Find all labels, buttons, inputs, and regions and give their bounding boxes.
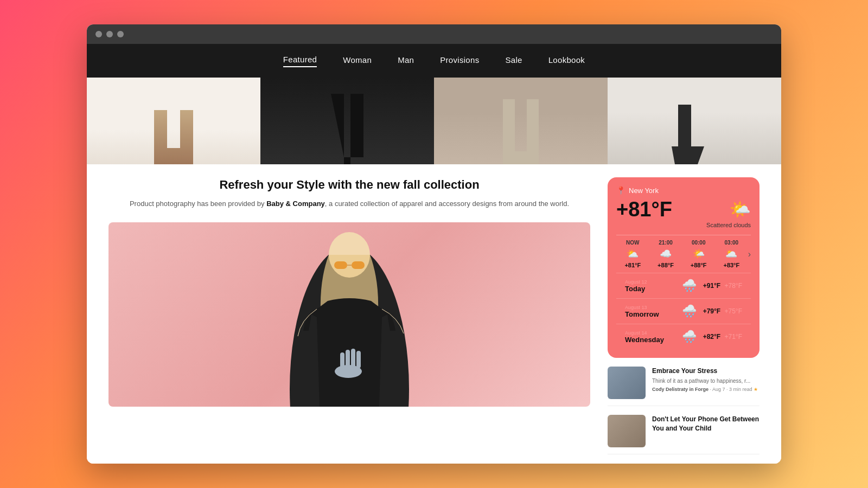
nav-item-lookbook[interactable]: Lookbook — [548, 55, 585, 67]
hourly-icon-2: 🌤️ — [682, 248, 715, 260]
article-header: Refresh your Style with the new fall col… — [108, 177, 590, 209]
nav-item-man[interactable]: Man — [398, 55, 414, 67]
article-desc-prefix: Product photography has been provided by — [130, 200, 266, 208]
blog-author-0: Cody Delistraty in Forge — [652, 387, 709, 392]
weather-temperature: +81°F — [616, 199, 672, 220]
daily-low-2: +71°F — [725, 333, 742, 341]
daily-icon-1: 🌧️ — [682, 304, 697, 318]
main-nav: Featured Woman Man Provisions Sale Lookb… — [87, 44, 781, 78]
blog-article-0: Embrace Your Stress Think of it as a pat… — [608, 367, 760, 406]
daily-temps-1: +79°F +75°F — [703, 307, 742, 315]
svg-rect-2 — [352, 261, 365, 269]
location-pin-icon: 📍 — [616, 186, 626, 195]
browser-chrome — [87, 24, 781, 44]
browser-dot-yellow — [106, 31, 113, 37]
daily-date-label-0: August 12 — [625, 279, 675, 285]
daily-date-label-2: August 14 — [625, 330, 675, 336]
daily-low-0: +78°F — [725, 282, 742, 290]
hourly-time-0: NOW — [616, 240, 649, 246]
daily-item-1: August 13 Tomorrow 🌧️ +79°F +75°F — [616, 298, 751, 324]
daily-day-1: Tomorrow — [625, 310, 675, 318]
daily-date-group-0: August 12 Today — [625, 279, 675, 293]
weather-hourly: NOW ⛅ +81°F 21:00 ☁️ +88°F 00:00 🌤️ — [616, 235, 751, 273]
blog-date-0: Aug 7 · 3 min read — [712, 387, 752, 392]
blog-excerpt-0: Think of it as a pathway to happiness, r… — [652, 377, 760, 385]
daily-low-1: +75°F — [725, 307, 742, 315]
hero-image-1 — [87, 78, 260, 164]
hourly-item-1: 21:00 ☁️ +88°F — [649, 240, 682, 268]
daily-date-group-2: August 14 Wednesday — [625, 330, 675, 344]
daily-day-0: Today — [625, 285, 675, 293]
daily-temps-0: +91°F +78°F — [703, 282, 742, 290]
daily-day-2: Wednesday — [625, 336, 675, 344]
daily-high-1: +79°F — [703, 307, 720, 315]
svg-rect-1 — [334, 261, 347, 269]
daily-high-2: +82°F — [703, 333, 720, 341]
weather-description: Scattered clouds — [706, 222, 751, 228]
browser-dot-red — [95, 31, 102, 37]
svg-rect-7 — [356, 351, 361, 368]
hourly-time-1: 21:00 — [649, 240, 682, 246]
main-content: Refresh your Style with the new fall col… — [87, 164, 781, 464]
browser-window: Featured Woman Man Provisions Sale Lookb… — [87, 24, 781, 464]
article-desc-suffix: , a curated collection of apparel and ac… — [325, 200, 569, 208]
nav-item-provisions[interactable]: Provisions — [440, 55, 479, 67]
weather-main-icon: 🌤️ — [706, 199, 751, 220]
weather-location: 📍 New York — [616, 186, 751, 195]
daily-item-2: August 14 Wednesday 🌧️ +82°F +71°F — [616, 324, 751, 349]
blog-title-1[interactable]: Don't Let Your Phone Get Between You and… — [652, 415, 760, 433]
daily-date-group-1: August 13 Tomorrow — [625, 305, 675, 318]
nav-item-featured[interactable]: Featured — [283, 55, 317, 67]
nav-item-sale[interactable]: Sale — [505, 55, 522, 67]
article-brand: Baby & Company — [266, 200, 325, 208]
hourly-time-3: 03:00 — [715, 240, 748, 246]
hourly-temp-2: +88°F — [682, 262, 715, 268]
hero-images — [87, 78, 781, 164]
weather-widget: 📍 New York +81°F 🌤️ Scattered clouds — [608, 177, 760, 358]
blog-thumbnail-1 — [608, 415, 646, 447]
hourly-next-arrow[interactable]: › — [748, 249, 751, 259]
blog-title-0[interactable]: Embrace Your Stress — [652, 367, 760, 376]
hourly-item-3: 03:00 🌥️ +83°F — [715, 240, 748, 268]
daily-date-label-1: August 13 — [625, 305, 675, 310]
hourly-icon-0: ⛅ — [616, 248, 649, 260]
hourly-item-0: NOW ⛅ +81°F — [616, 240, 649, 268]
hourly-time-2: 00:00 — [682, 240, 715, 246]
blog-thumbnail-0 — [608, 367, 646, 399]
daily-icon-2: 🌧️ — [682, 330, 697, 344]
article-title: Refresh your Style with the new fall col… — [108, 177, 590, 193]
hourly-temp-3: +83°F — [715, 262, 748, 268]
daily-temps-2: +82°F +71°F — [703, 333, 742, 341]
daily-high-0: +91°F — [703, 282, 720, 290]
hero-image-4 — [608, 78, 781, 164]
nav-item-woman[interactable]: Woman — [343, 55, 372, 67]
weather-daily: August 12 Today 🌧️ +91°F +78°F Augu — [616, 273, 751, 349]
svg-point-8 — [335, 365, 362, 378]
left-column: Refresh your Style with the new fall col… — [108, 177, 590, 451]
article-description: Product photography has been provided by… — [108, 198, 590, 210]
hero-image-3 — [434, 78, 608, 164]
hourly-icon-3: 🌥️ — [715, 248, 748, 260]
right-column: 📍 New York +81°F 🌤️ Scattered clouds — [608, 177, 760, 451]
hourly-icon-1: ☁️ — [649, 248, 682, 260]
blog-meta-0: Cody Delistraty in Forge · Aug 7 · 3 min… — [652, 387, 760, 392]
blog-article-1: Don't Let Your Phone Get Between You and… — [608, 415, 760, 454]
hourly-temp-1: +88°F — [649, 262, 682, 268]
weather-main: +81°F 🌤️ Scattered clouds — [616, 199, 751, 228]
daily-item-0: August 12 Today 🌧️ +91°F +78°F — [616, 273, 751, 298]
daily-icon-0: 🌧️ — [682, 279, 697, 293]
product-image — [108, 222, 590, 407]
blog-info-1: Don't Let Your Phone Get Between You and… — [652, 415, 760, 435]
blog-info-0: Embrace Your Stress Think of it as a pat… — [652, 367, 760, 392]
hourly-temp-0: +81°F — [616, 262, 649, 268]
hourly-item-2: 00:00 🌤️ +88°F — [682, 240, 715, 268]
browser-dot-green — [117, 31, 124, 37]
blog-star-0: ★ — [754, 387, 758, 392]
weather-city: New York — [629, 187, 659, 195]
browser-content: Featured Woman Man Provisions Sale Lookb… — [87, 44, 781, 464]
hero-image-2 — [260, 78, 434, 164]
